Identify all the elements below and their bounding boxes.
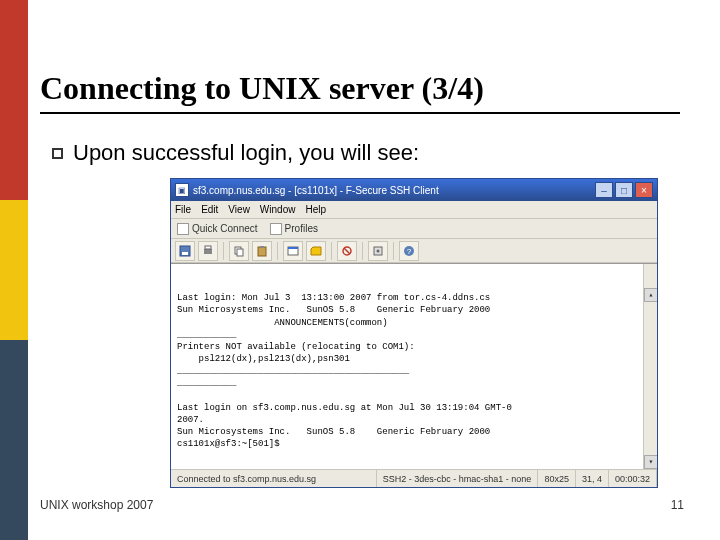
maximize-button[interactable]: □ [615,182,633,198]
svg-point-13 [377,249,380,252]
quick-connect-bar: Quick Connect Profiles [171,219,657,239]
menu-edit[interactable]: Edit [201,204,218,215]
quick-connect-button[interactable]: Quick Connect [177,223,258,235]
close-button[interactable]: × [635,182,653,198]
toolbar: ? [171,239,657,263]
menu-help[interactable]: Help [305,204,326,215]
status-bar: Connected to sf3.comp.nus.edu.sg SSH2 - … [171,469,657,487]
slide-accent-sidebar [0,0,28,540]
svg-rect-9 [288,247,298,249]
bullet-text: Upon successful login, you will see: [73,140,419,166]
svg-rect-3 [205,246,211,249]
profiles-label: Profiles [285,223,318,234]
print-button[interactable] [198,241,218,261]
file-transfer-button[interactable] [306,241,326,261]
svg-rect-2 [204,249,212,254]
copy-button[interactable] [229,241,249,261]
minimize-button[interactable]: – [595,182,613,198]
quick-connect-icon [177,223,189,235]
svg-text:?: ? [407,247,412,256]
svg-rect-1 [182,252,188,255]
status-protocol: SSH2 - 3des-cbc - hmac-sha1 - none [377,470,539,487]
svg-line-11 [344,248,350,254]
app-icon: ▣ [175,183,189,197]
terminal-pane[interactable]: Last login: Mon Jul 3 13:13:00 2007 from… [171,263,657,469]
status-host: Connected to sf3.comp.nus.edu.sg [171,470,377,487]
title-rule [40,112,680,114]
new-terminal-button[interactable] [283,241,303,261]
disconnect-button[interactable] [337,241,357,261]
status-size: 80x25 [538,470,576,487]
menu-file[interactable]: File [175,204,191,215]
menu-view[interactable]: View [228,204,250,215]
svg-rect-6 [258,247,266,256]
settings-button[interactable] [368,241,388,261]
paste-button[interactable] [252,241,272,261]
bullet-marker [52,148,63,159]
bullet-item: Upon successful login, you will see: [52,140,419,166]
footer-left: UNIX workshop 2007 [40,498,153,512]
status-position: 31, 4 [576,470,609,487]
ssh-window: ▣ sf3.comp.nus.edu.sg - [cs1101x] - F-Se… [170,178,658,488]
quick-connect-label: Quick Connect [192,223,258,234]
slide-title: Connecting to UNIX server (3/4) [40,70,484,107]
help-button[interactable]: ? [399,241,419,261]
scroll-down-button[interactable]: ▾ [644,455,657,469]
menu-window[interactable]: Window [260,204,296,215]
svg-rect-5 [237,249,243,256]
terminal-scrollbar[interactable]: ▴ ▾ [643,264,657,469]
page-number: 11 [671,498,684,512]
window-title: sf3.comp.nus.edu.sg - [cs1101x] - F-Secu… [193,185,591,196]
window-titlebar[interactable]: ▣ sf3.comp.nus.edu.sg - [cs1101x] - F-Se… [171,179,657,201]
save-button[interactable] [175,241,195,261]
svg-rect-7 [260,246,264,248]
terminal-output: Last login: Mon Jul 3 13:13:00 2007 from… [177,292,651,450]
status-time: 00:00:32 [609,470,657,487]
menu-bar: File Edit View Window Help [171,201,657,219]
profiles-icon [270,223,282,235]
profiles-button[interactable]: Profiles [270,223,318,235]
